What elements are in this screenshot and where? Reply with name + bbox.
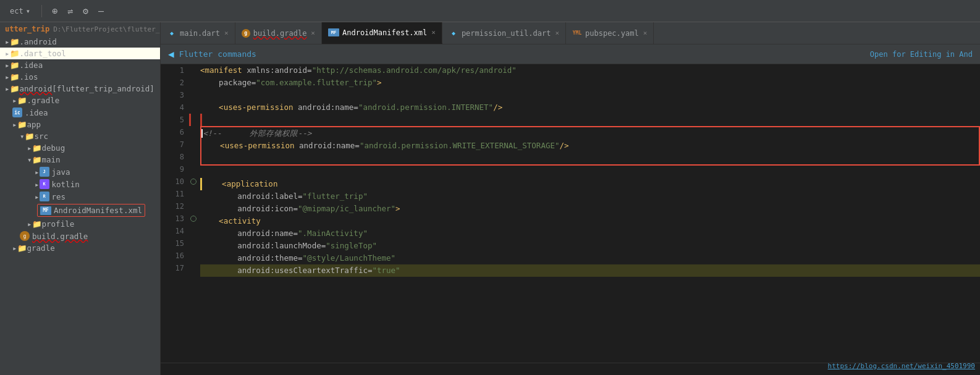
close-icon[interactable]: ×	[431, 28, 436, 36]
folder-icon: ▸	[12, 243, 17, 253]
sidebar-item-label: java	[52, 167, 70, 177]
sidebar-item-src[interactable]: ▾ 📁 src	[0, 130, 160, 142]
sidebar-item-label: .idea	[20, 61, 43, 70]
sidebar-item-label: res	[52, 192, 66, 201]
code-line-9	[200, 166, 980, 178]
bottom-link[interactable]: https://blog.csdn.net/weixin_4501990	[828, 362, 975, 370]
code-line-14: android:name=".MainActivity"	[200, 227, 980, 240]
editor-area: ◆ main.dart × g build.gradle × MF Androi…	[161, 22, 980, 375]
folder-open-icon: ▾	[27, 155, 32, 164]
project-dropdown[interactable]: ect ▾	[6, 6, 34, 17]
folder-closed-icon: ▸	[5, 72, 10, 82]
sidebar-item-app[interactable]: ▸ 📁 app	[0, 119, 160, 130]
project-name: utter_trip	[5, 25, 49, 33]
res-folder-icon: R	[40, 192, 49, 201]
sidebar-item-label: android	[20, 84, 53, 93]
sidebar-item-dart-tool[interactable]: ▸ 📁 .dart_tool	[0, 48, 160, 59]
sidebar-item-label: .ios	[20, 72, 38, 82]
sidebar-item-gradle[interactable]: ▸ 📁 gradle	[0, 242, 160, 254]
folder-icon: ▸	[12, 96, 17, 105]
code-line-3	[200, 89, 980, 101]
sidebar-item-label: kotlin	[52, 180, 80, 189]
tab-build-gradle[interactable]: g build.gradle ×	[235, 22, 322, 44]
tab-bar: ◆ main.dart × g build.gradle × MF Androi…	[161, 22, 980, 44]
folder-icon: ▸	[35, 180, 40, 189]
tab-label: permission_util.dart	[462, 29, 551, 38]
sync-icon[interactable]: ⇌	[65, 3, 75, 19]
main-layout: utter_trip D:\FlutterProject\flutter_tri…	[0, 22, 980, 375]
sidebar-item-debug[interactable]: ▸ 📁 debug	[0, 142, 160, 154]
globe-icon[interactable]: ⊕	[49, 3, 60, 19]
tab-pubspec[interactable]: YML pubspec.yaml ×	[566, 22, 654, 44]
gradle-folder2-icon: 📁	[17, 243, 27, 253]
close-icon[interactable]: ×	[555, 29, 559, 37]
sidebar-item-idea[interactable]: ▸ 📁 .idea	[0, 59, 160, 71]
sidebar-item-label: .android	[20, 37, 57, 46]
code-line-16: android:theme="@style/LaunchTheme"	[200, 252, 980, 264]
sidebar-item-ios[interactable]: ▸ 📁 .ios	[0, 71, 160, 83]
mf-tab-icon: MF	[328, 28, 339, 36]
minimize-icon[interactable]: —	[96, 3, 106, 19]
folder-closed-icon: ▸	[5, 37, 10, 46]
bottom-bar: https://blog.csdn.net/weixin_4501990	[161, 363, 980, 375]
code-line-4: <uses-permission android:name="android.p…	[200, 101, 980, 114]
project-header: utter_trip D:\FlutterProject\flutter_tri…	[0, 22, 160, 36]
code-line-11: android:label="flutter_trip"	[200, 190, 980, 203]
sidebar-item-android-root[interactable]: ▸ 📁 android [flutter_trip_android]	[0, 83, 160, 95]
gutter-marker-10	[190, 179, 196, 185]
close-icon[interactable]: ×	[643, 29, 648, 37]
open-for-editing-link[interactable]: Open for Editing in And	[870, 50, 973, 59]
close-icon[interactable]: ×	[224, 29, 229, 37]
mf-icon: MF	[40, 206, 51, 215]
kotlin-folder-icon: K	[40, 179, 49, 189]
tab-permission-util[interactable]: ◆ permission_util.dart ×	[442, 22, 566, 44]
sidebar-item-gradle-folder[interactable]: ▸ 📁 .gradle	[0, 95, 160, 106]
sidebar-item-label: .idea	[25, 108, 48, 117]
tab-main-dart[interactable]: ◆ main.dart ×	[161, 22, 235, 44]
sidebar-item-label: .gradle	[27, 96, 60, 105]
folder-icon: ▸	[27, 143, 32, 153]
settings-icon[interactable]: ⚙	[80, 3, 91, 19]
flutter-icon: ◀	[168, 48, 174, 60]
profile-icon: 📁	[32, 219, 42, 229]
sidebar-item-profile[interactable]: ▸ 📁 profile	[0, 218, 160, 230]
sidebar-item-label: gradle	[27, 243, 55, 253]
tab-android-manifest[interactable]: MF AndroidManifest.xml ×	[322, 22, 442, 44]
sidebar-item-android[interactable]: ▸ 📁 .android	[0, 36, 160, 48]
gradle-folder-icon: 📁	[17, 96, 27, 105]
gradle-file-icon: g	[242, 29, 250, 38]
code-content[interactable]: <manifest xmlns:android="http://schemas.…	[198, 64, 980, 363]
sidebar-item-java[interactable]: ▸ J java	[0, 166, 160, 178]
code-line-10: <application	[200, 178, 980, 190]
project-path: D:\FlutterProject\flutter_trip	[53, 25, 161, 33]
code-line-15: android:launchMode="singleTop"	[200, 240, 980, 252]
android-root-icon: 📁	[10, 84, 20, 93]
sidebar-item-label-bracket: [flutter_trip_android]	[52, 84, 154, 93]
sidebar-item-idea2[interactable]: ic .idea	[0, 106, 160, 119]
sidebar-item-kotlin[interactable]: ▸ K kotlin	[0, 178, 160, 190]
sidebar-item-label: app	[27, 120, 41, 129]
tab-label: pubspec.yaml	[585, 29, 639, 38]
sidebar-item-build-gradle[interactable]: g build.gradle	[0, 230, 160, 242]
dart-icon: ◆	[167, 28, 177, 38]
sidebar-item-label: main	[42, 155, 61, 164]
androidmanifest-boxed[interactable]: MF AndroidManifest.xml	[37, 204, 145, 217]
sidebar-item-res[interactable]: ▸ R res	[0, 190, 160, 203]
folder-open-icon: ▾	[20, 132, 25, 141]
ios-icon: 📁	[10, 72, 20, 82]
tab-label: main.dart	[180, 29, 220, 38]
code-editor[interactable]: 1 2 3 4 5 6 7 8 9 10 11 12 13 14 15 16 1…	[161, 64, 980, 363]
sidebar-item-main[interactable]: ▾ 📁 main	[0, 154, 160, 166]
close-icon[interactable]: ×	[311, 29, 315, 37]
sidebar-item-androidmanifest[interactable]: MF AndroidManifest.xml	[0, 203, 160, 218]
flutter-commands-label[interactable]: Flutter commands	[179, 49, 256, 59]
text-cursor	[201, 129, 203, 138]
code-line-8	[201, 152, 979, 164]
code-line-17: android:usesCleartextTraffic="true"	[200, 264, 980, 277]
code-line-7: <uses-permission android:name="android.p…	[201, 140, 979, 152]
debug-icon: 📁	[32, 143, 42, 153]
main-icon: 📁	[32, 155, 42, 164]
code-line-6: <!-- 外部存储权限-->	[201, 127, 979, 140]
app-icon: 📁	[17, 120, 27, 129]
code-line-12: android:icon="@mipmap/ic_launcher">	[200, 203, 980, 215]
